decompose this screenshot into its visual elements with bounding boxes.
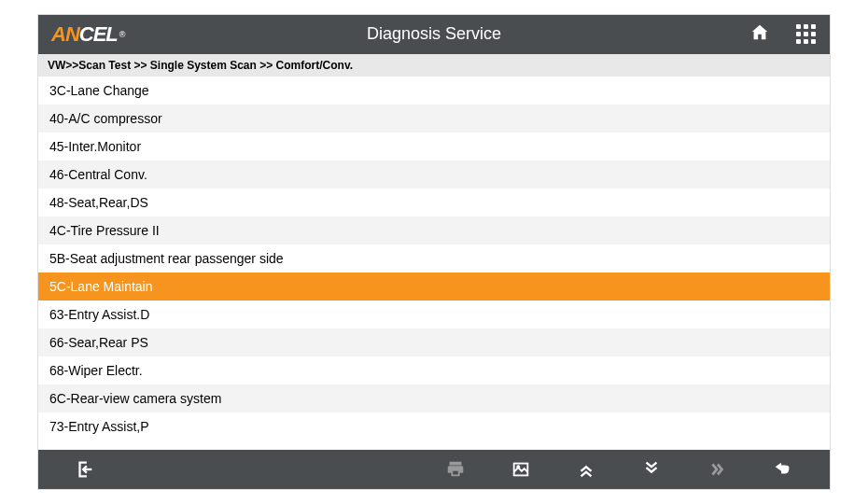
print-icon[interactable] [445, 459, 466, 480]
header-bar: ANCEL® Diagnosis Service [38, 15, 830, 54]
list-item[interactable]: 63-Entry Assist.D [38, 300, 830, 328]
next-page-icon[interactable] [707, 459, 727, 480]
list-item-label: 66-Sear,Rear PS [49, 335, 148, 350]
list-item[interactable]: 66-Sear,Rear PS [38, 328, 830, 356]
list-item[interactable]: 6C-Rear-view camera system [38, 384, 830, 412]
list-item-label: 5B-Seat adjustment rear passenger side [49, 251, 284, 266]
list-item-label: 5C-Lane Maintain [49, 279, 153, 294]
scroll-up-icon[interactable] [576, 459, 596, 480]
list-item-label: 73-Entry Assist,P [49, 419, 149, 434]
list-item-label: 68-Wiper Electr. [49, 363, 143, 378]
list-item-label: 3C-Lane Change [49, 83, 149, 98]
footer-bar [38, 450, 830, 489]
list-item[interactable]: 5B-Seat adjustment rear passenger side [38, 245, 830, 272]
list-item-label: 63-Entry Assist.D [49, 307, 149, 322]
system-list: 3C-Lane Change40-A/C compressor45-Inter.… [38, 77, 830, 450]
list-item[interactable]: 48-Seat,Rear,DS [38, 189, 830, 217]
home-icon[interactable] [749, 22, 770, 47]
scroll-down-icon[interactable] [641, 459, 662, 480]
list-item[interactable]: 4C-Tire Pressure II [38, 217, 830, 245]
svg-point-1 [517, 466, 519, 468]
screenshot-icon[interactable] [511, 459, 531, 480]
list-item-label: 45-Inter.Monitor [49, 139, 141, 154]
page-title: Diagnosis Service [182, 24, 686, 44]
app-screen: ANCEL® Diagnosis Service VW>>Scan Test >… [37, 14, 831, 490]
breadcrumb: VW>>Scan Test >> Single System Scan >> C… [38, 54, 830, 77]
list-item-label: 48-Seat,Rear,DS [49, 195, 148, 210]
list-item[interactable]: 68-Wiper Electr. [38, 356, 830, 384]
list-item[interactable]: 40-A/C compressor [38, 105, 830, 133]
list-item[interactable]: 73-Entry Assist,P [38, 412, 830, 440]
list-item[interactable]: 45-Inter.Monitor [38, 133, 830, 161]
list-item[interactable]: 5C-Lane Maintain [38, 272, 830, 300]
list-item[interactable]: 3C-Lane Change [38, 77, 830, 105]
back-icon[interactable] [772, 459, 792, 480]
list-item-label: 46-Central Conv. [49, 167, 147, 182]
brand-logo: ANCEL® [51, 22, 182, 47]
list-item-label: 40-A/C compressor [49, 111, 162, 126]
list-item-label: 6C-Rear-view camera system [49, 391, 221, 406]
exit-icon[interactable] [57, 459, 113, 480]
apps-grid-icon[interactable] [796, 24, 817, 45]
list-item-label: 4C-Tire Pressure II [49, 223, 160, 238]
list-item[interactable]: 46-Central Conv. [38, 161, 830, 189]
